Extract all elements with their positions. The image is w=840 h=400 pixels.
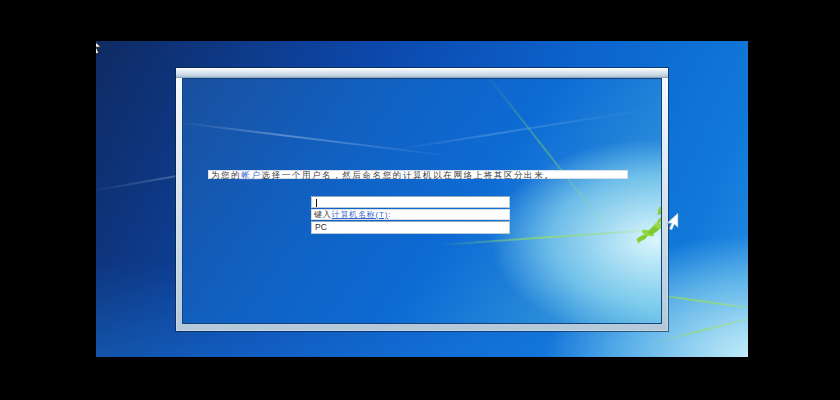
setup-window: 为您的帐户选择一个用户名，然后命名您的计算机以在网络上将其区分出来。 键入计算机… bbox=[176, 68, 668, 331]
host-cursor-icon bbox=[666, 212, 688, 232]
label-suffix: : bbox=[388, 210, 391, 219]
computer-name-value: PC bbox=[315, 222, 327, 232]
interior-light-streak bbox=[182, 121, 453, 157]
interior-light-streak bbox=[393, 108, 650, 151]
instruction-text-bar: 为您的帐户选择一个用户名，然后命名您的计算机以在网络上将其区分出来。 bbox=[208, 170, 628, 179]
computer-name-link[interactable]: 计算机名称(T) bbox=[332, 210, 389, 219]
window-title-bar bbox=[176, 68, 668, 78]
instruction-prefix: 为您的 bbox=[211, 170, 241, 180]
text-caret bbox=[316, 199, 317, 207]
vm-screen: 为您的帐户选择一个用户名，然后命名您的计算机以在网络上将其区分出来。 键入计算机… bbox=[96, 41, 748, 357]
instruction-suffix: 选择一个用户名，然后命名您的计算机以在网络上将其区分出来。 bbox=[262, 170, 555, 180]
leaf-sprig-icon bbox=[635, 203, 662, 247]
account-link[interactable]: 帐户 bbox=[241, 170, 261, 180]
computer-name-input[interactable]: PC bbox=[311, 221, 510, 234]
computer-name-label: 键入计算机名称(T): bbox=[311, 209, 510, 220]
mouse-cursor-icon bbox=[96, 41, 103, 56]
username-input[interactable] bbox=[311, 196, 510, 208]
desktop-capture: { "screen": { "description_label": "Wind… bbox=[0, 0, 840, 400]
wallpaper-green-streak bbox=[656, 314, 748, 343]
label-prefix: 键入 bbox=[314, 210, 332, 219]
